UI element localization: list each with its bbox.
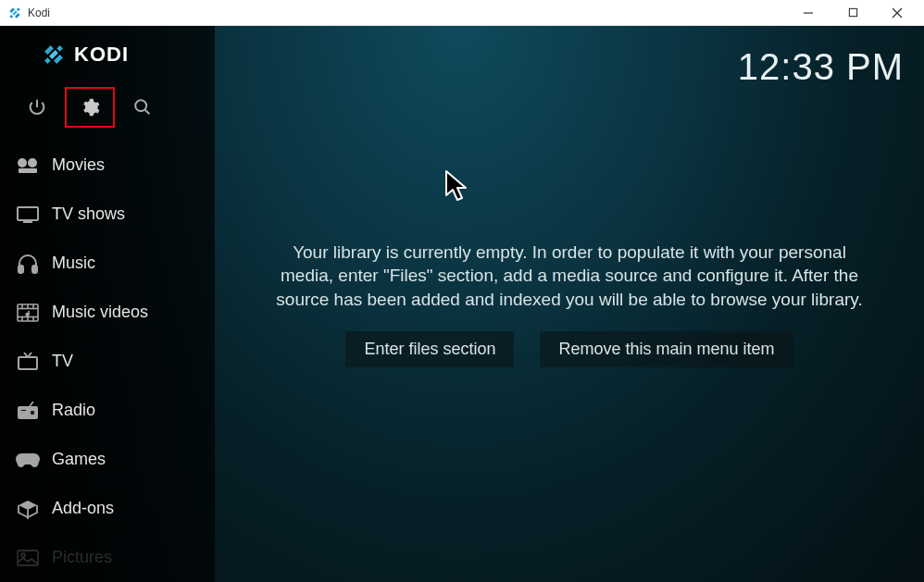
app-icon [7, 6, 22, 20]
minimize-button[interactable] [796, 4, 820, 22]
top-icon-row [0, 70, 215, 141]
nav-label: TV [52, 352, 73, 371]
search-button[interactable] [131, 96, 154, 118]
window-controls [796, 4, 909, 22]
power-icon [27, 97, 47, 118]
action-buttons: Enter files section Remove this main men… [345, 331, 793, 367]
film-icon [13, 156, 43, 175]
svg-rect-40 [18, 551, 38, 565]
headphones-icon [13, 254, 43, 274]
settings-button[interactable] [79, 96, 101, 118]
enter-files-button[interactable]: Enter files section [345, 331, 514, 367]
svg-rect-4 [9, 14, 13, 18]
svg-point-14 [135, 100, 146, 111]
addons-icon [13, 499, 43, 519]
svg-point-16 [18, 158, 27, 167]
main-content: Your library is currently empty. In orde… [215, 26, 924, 582]
livetv-icon [13, 352, 43, 372]
nav-item-tv[interactable]: TV [0, 337, 215, 386]
nav-label: Movies [52, 155, 105, 175]
sidebar: KODI Movies TV shows [0, 26, 215, 582]
svg-point-37 [30, 409, 35, 415]
svg-rect-21 [19, 266, 23, 273]
settings-button-highlight [65, 87, 115, 128]
logo-text: KODI [74, 43, 129, 67]
nav-item-games[interactable]: Games [0, 435, 215, 484]
pictures-icon [13, 550, 43, 566]
svg-rect-6 [849, 8, 856, 16]
nav-item-addons[interactable]: Add-ons [0, 484, 215, 533]
gear-icon [80, 97, 100, 118]
power-button[interactable] [26, 96, 48, 118]
radio-icon [13, 402, 43, 420]
nav-item-pictures[interactable]: Pictures [0, 533, 215, 582]
nav-label: Games [52, 450, 106, 469]
nav-list: Movies TV shows Music Music videos TV Ra… [0, 141, 215, 582]
empty-library-message: Your library is currently empty. In orde… [270, 241, 868, 312]
window-titlebar: Kodi [0, 0, 924, 26]
svg-rect-9 [56, 45, 63, 52]
logo: KODI [0, 39, 215, 70]
clock: 12:33 PM [738, 46, 904, 88]
nav-item-tvshows[interactable]: TV shows [0, 190, 215, 239]
remove-menu-item-button[interactable]: Remove this main menu item [540, 331, 793, 367]
nav-label: Music videos [52, 303, 148, 322]
nav-label: Music [52, 254, 95, 273]
svg-rect-18 [19, 168, 37, 173]
nav-item-radio[interactable]: Radio [0, 386, 215, 435]
nav-label: Pictures [52, 548, 112, 567]
nav-item-movies[interactable]: Movies [0, 141, 215, 190]
svg-point-32 [26, 313, 29, 316]
svg-point-41 [21, 553, 25, 557]
nav-label: TV shows [52, 204, 125, 224]
window-title: Kodi [28, 6, 796, 19]
nav-item-musicvideos[interactable]: Music videos [0, 288, 215, 337]
tv-icon [13, 206, 43, 223]
svg-rect-19 [18, 207, 38, 220]
svg-line-15 [145, 110, 150, 115]
kodi-logo-icon [41, 42, 67, 68]
svg-rect-22 [32, 266, 37, 273]
svg-rect-38 [20, 409, 27, 412]
svg-rect-33 [19, 357, 37, 369]
svg-point-17 [28, 158, 37, 167]
nav-label: Add-ons [52, 499, 114, 518]
nav-item-music[interactable]: Music [0, 239, 215, 288]
gamepad-icon [13, 452, 43, 468]
nav-label: Radio [52, 401, 95, 420]
svg-rect-0 [17, 7, 20, 11]
search-icon [132, 97, 153, 118]
svg-rect-13 [44, 57, 51, 64]
svg-line-39 [30, 402, 33, 406]
close-button[interactable] [885, 4, 909, 22]
maximize-button[interactable] [841, 4, 865, 22]
musicvideo-icon [13, 303, 43, 322]
app-body: KODI Movies TV shows [0, 26, 924, 582]
